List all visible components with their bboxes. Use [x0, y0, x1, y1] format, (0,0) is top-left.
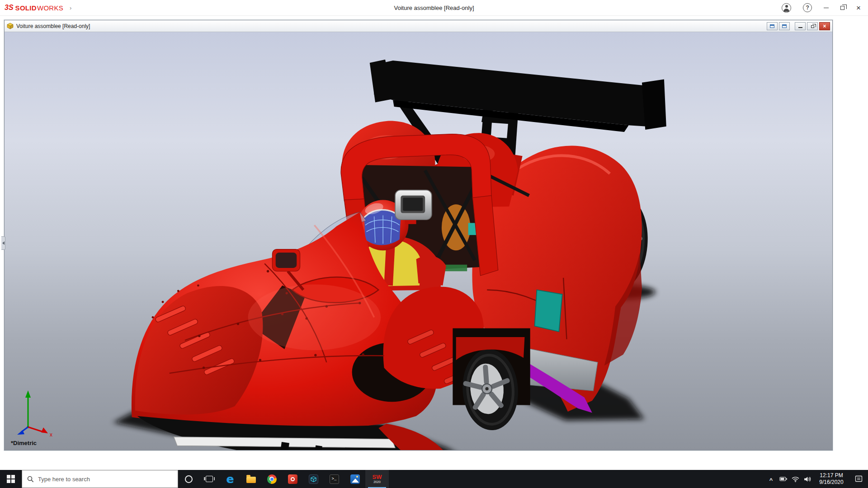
viewport-3d[interactable]: x *Dimetric — [5, 32, 832, 450]
taskbar-clock[interactable]: 12:17 PM 9/16/2020 — [814, 472, 849, 486]
battery-icon — [779, 476, 788, 482]
document-title: Voiture assomblee [Read-only] — [16, 23, 90, 29]
dassault-3s-logo: 3S — [5, 4, 14, 12]
edge-button[interactable]: e — [220, 470, 241, 488]
chevron-up-icon: ^ — [769, 477, 773, 483]
taskbar-search[interactable] — [22, 470, 178, 488]
app-title: Voiture assomblee [Read-only] — [394, 0, 474, 16]
account-icon[interactable] — [782, 3, 791, 13]
task-view-icon — [206, 476, 213, 482]
cortana-icon — [185, 475, 193, 483]
minimize-icon — [798, 27, 802, 28]
wifi-icon — [792, 476, 799, 482]
media-app-button[interactable] — [282, 470, 303, 488]
photos-app-icon — [350, 474, 360, 484]
doc-window-icon-button-1[interactable] — [767, 22, 778, 30]
doc-window-icon-button-2[interactable] — [779, 22, 790, 30]
doc-minimize-button[interactable] — [795, 22, 806, 30]
taskbar: e >_ SW 2020 ^ — [0, 470, 868, 488]
document-window: Voiture assomblee [Read-only] × — [4, 20, 833, 450]
app-client-area: Voiture assomblee [Read-only] × — [0, 16, 868, 470]
search-icon — [27, 476, 34, 483]
document-titlebar[interactable]: Voiture assomblee [Read-only] × — [5, 20, 832, 32]
view-orientation-label: *Dimetric — [11, 440, 37, 446]
solidworks-taskbar-button[interactable]: SW 2020 — [365, 470, 389, 488]
clock-time: 12:17 PM — [814, 472, 849, 479]
tray-overflow-button[interactable]: ^ — [765, 470, 777, 488]
close-button[interactable]: × — [856, 4, 861, 12]
edrawings-icon — [309, 474, 318, 484]
triad-x-label: x — [50, 432, 52, 438]
task-view-button[interactable] — [199, 470, 220, 488]
window-icon — [782, 24, 787, 28]
solidworks-app-year: 2020 — [373, 480, 381, 484]
solidworks-app-icon: SW — [373, 474, 382, 480]
help-icon[interactable]: ? — [803, 3, 812, 12]
assembly-icon — [7, 23, 14, 29]
window-icon — [770, 24, 774, 28]
search-input[interactable] — [38, 476, 173, 483]
doc-close-button[interactable]: × — [819, 22, 830, 30]
restore-button[interactable] — [840, 6, 844, 10]
folder-icon — [246, 477, 256, 483]
speaker-icon — [804, 476, 811, 482]
system-tray: ^ — [765, 470, 868, 488]
photos-app-button[interactable] — [344, 470, 365, 488]
action-center-icon — [855, 475, 863, 483]
start-button[interactable] — [0, 470, 22, 488]
clock-date: 9/16/2020 — [814, 479, 849, 486]
minimize-button[interactable] — [824, 8, 829, 8]
brand-solid-text: SOLID — [15, 4, 37, 12]
solidworks-logo: 3S SOLID WORKS › — [0, 4, 71, 12]
car-model — [5, 32, 832, 450]
command-prompt-button[interactable]: >_ — [324, 470, 344, 488]
camera-pod — [395, 190, 432, 224]
screen: 3S SOLID WORKS › Voiture assomblee [Read… — [0, 0, 868, 488]
volume-status[interactable] — [802, 470, 814, 488]
cortana-button[interactable] — [178, 470, 199, 488]
media-app-icon — [288, 474, 297, 484]
network-status[interactable] — [789, 470, 802, 488]
doc-restore-button[interactable] — [807, 22, 818, 30]
brand-works-text: WORKS — [37, 4, 63, 12]
app-titlebar: 3S SOLID WORKS › Voiture assomblee [Read… — [0, 0, 868, 16]
chrome-button[interactable] — [261, 470, 282, 488]
chrome-icon — [267, 474, 277, 484]
restore-icon — [811, 25, 814, 28]
menu-expand-arrow-icon[interactable]: › — [70, 5, 71, 11]
action-center-button[interactable] — [849, 470, 868, 488]
orientation-triad: x — [10, 384, 55, 438]
battery-status[interactable] — [777, 470, 789, 488]
file-explorer-button[interactable] — [241, 470, 261, 488]
featuremanager-collapse-handle[interactable] — [1, 236, 5, 250]
command-prompt-icon: >_ — [330, 474, 339, 484]
edge-icon: e — [226, 474, 234, 485]
edrawings-button[interactable] — [303, 470, 324, 488]
windows-logo-icon — [7, 475, 15, 483]
